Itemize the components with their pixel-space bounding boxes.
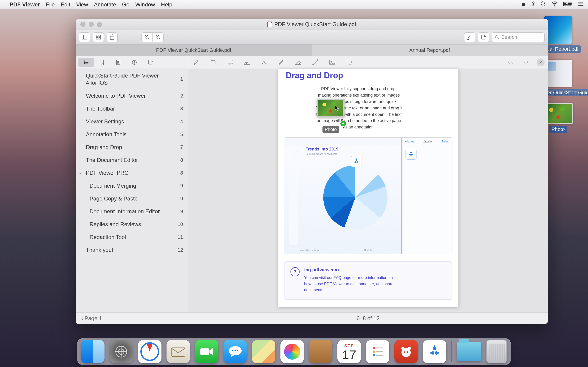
dock-safari[interactable]	[138, 340, 162, 363]
wifi-icon[interactable]	[551, 1, 558, 8]
menu-view[interactable]: View	[76, 1, 88, 8]
outline-item[interactable]: The Document Editor8	[76, 154, 188, 167]
highlighter-tool-icon[interactable]	[191, 58, 201, 67]
search-field[interactable]: Search	[492, 32, 545, 42]
svg-point-38	[134, 61, 135, 61]
svg-point-58	[234, 350, 236, 351]
dock-pdfviewer[interactable]	[423, 340, 446, 363]
svg-point-60	[373, 347, 375, 349]
faq-link[interactable]: faq.pdfviewer.io	[304, 267, 339, 272]
outline-item[interactable]: Document Information Editor9	[76, 205, 188, 218]
app-menu[interactable]: PDF Viewer	[10, 1, 40, 8]
zoom-window-button[interactable]	[97, 22, 102, 27]
eraser-tool-icon[interactable]	[294, 58, 303, 67]
menu-file[interactable]: File	[46, 1, 55, 8]
dock-reminders[interactable]	[366, 340, 389, 363]
outline-item[interactable]: Replies and Reviews10	[76, 218, 188, 231]
drag-overlay[interactable]: + Photo	[317, 99, 345, 133]
dock-contacts[interactable]	[309, 340, 332, 363]
dock-maps[interactable]	[252, 340, 275, 363]
svg-rect-12	[99, 35, 100, 37]
outline-item[interactable]: Redaction Tool11	[76, 231, 188, 244]
note-tool-icon[interactable]	[225, 58, 235, 67]
window-titlebar[interactable]: PDF Viewer QuickStart Guide.pdf	[76, 19, 548, 30]
close-window-button[interactable]	[80, 22, 86, 27]
bookmarks-tab-icon[interactable]	[94, 58, 110, 67]
dock-messages[interactable]	[224, 340, 247, 363]
outline-sidebar[interactable]: QuickStart Guide PDF Viewer 4 for iOS1 W…	[76, 69, 188, 312]
info-tab-icon[interactable]	[126, 58, 142, 67]
close-annotation-toolbar-button[interactable]: ✕	[537, 58, 545, 66]
line-tool-icon[interactable]	[311, 58, 320, 67]
svg-rect-55	[200, 348, 209, 355]
minimize-window-button[interactable]	[89, 22, 94, 27]
main-toolbar: Search	[76, 30, 548, 44]
tab-annual-report[interactable]: Annual Report.pdf	[312, 44, 548, 56]
bluetooth-icon[interactable]	[531, 1, 535, 8]
toggle-sidebar-button[interactable]	[79, 32, 90, 42]
menu-window[interactable]: Window	[135, 1, 155, 8]
attachments-tab-icon[interactable]	[142, 58, 158, 67]
tab-quickstart[interactable]: PDF Viewer QuickStart Guide.pdf	[76, 44, 312, 56]
search-placeholder: Search	[501, 34, 517, 40]
svg-point-30	[84, 63, 85, 64]
dragged-image-icon	[317, 99, 345, 117]
annotations-tab-icon[interactable]	[110, 58, 126, 67]
document-viewer[interactable]: Drag and Drop PDF Viewer fully supports …	[188, 69, 548, 312]
svg-point-48	[331, 61, 332, 62]
page-back-control[interactable]: ‹ Page 1	[76, 313, 188, 324]
image-tool-icon[interactable]	[328, 58, 337, 67]
outline-item-expandable[interactable]: ⌄PDF Viewer PRO8	[76, 167, 188, 179]
dock-bear[interactable]	[394, 340, 418, 363]
window-body: QuickStart Guide PDF Viewer 4 for iOS1 W…	[76, 69, 548, 312]
pen-tool-icon[interactable]	[277, 58, 286, 67]
menu-go[interactable]: Go	[122, 1, 129, 8]
zoom-in-button[interactable]	[141, 32, 153, 42]
outline-item[interactable]: Annotation Tools5	[76, 128, 188, 141]
radial-chart-icon	[323, 165, 388, 229]
outline-item[interactable]: Welcome to PDF Viewer2	[76, 90, 188, 102]
outline-item[interactable]: Page Copy & Paste9	[76, 192, 188, 205]
zoom-group	[141, 32, 164, 42]
dock-trash[interactable]	[486, 340, 507, 363]
outline-item[interactable]: Drag and Drop7	[76, 141, 188, 154]
spotlight-icon[interactable]	[540, 1, 546, 8]
dock-calendar[interactable]: SEP17	[337, 340, 361, 363]
svg-point-26	[84, 60, 85, 61]
outline-item[interactable]: Document Merging9	[76, 179, 188, 192]
dock-mail[interactable]	[166, 340, 190, 363]
battery-icon[interactable]	[563, 1, 573, 8]
highlight-mode-button[interactable]	[464, 32, 475, 42]
svg-line-25	[498, 38, 499, 39]
chevron-down-icon[interactable]: ⌄	[78, 170, 82, 175]
svg-line-44	[313, 60, 318, 65]
dock-facetime[interactable]	[195, 340, 218, 363]
redo-button[interactable]	[521, 58, 531, 67]
edit-mode-button[interactable]	[478, 32, 489, 42]
signature-tool-icon[interactable]	[242, 58, 252, 67]
faq-callout: ? faq.pdfviewer.io You can visit our FAQ…	[284, 261, 452, 300]
thumbnails-button[interactable]	[93, 32, 104, 42]
outline-item[interactable]: The Toolbar3	[76, 102, 188, 115]
section-heading: Drag and Drop	[278, 69, 458, 86]
undo-button[interactable]	[506, 58, 515, 67]
ink-tool-icon[interactable]	[259, 58, 269, 67]
menu-edit[interactable]: Edit	[61, 1, 70, 8]
selection-tool-icon[interactable]	[345, 58, 354, 67]
dock-downloads-folder[interactable]	[457, 342, 481, 361]
outline-tab-icon[interactable]	[78, 58, 94, 67]
menu-help[interactable]: Help	[161, 1, 172, 8]
share-button[interactable]	[107, 32, 118, 42]
text-tool-icon[interactable]: T|	[208, 58, 218, 67]
zoom-out-button[interactable]	[153, 32, 164, 42]
outline-item[interactable]: QuickStart Guide PDF Viewer 4 for iOS1	[76, 69, 188, 90]
outline-item[interactable]: Viewer Settings4	[76, 115, 188, 128]
screen-record-icon[interactable]: ⏺	[521, 2, 526, 8]
outline-item[interactable]: Thank you!12	[76, 244, 188, 257]
dock-launchpad[interactable]	[110, 340, 133, 363]
menu-annotate[interactable]: Annotate	[94, 1, 116, 8]
secondary-toolbar: T| ✕	[76, 56, 548, 69]
notification-center-icon[interactable]	[578, 1, 584, 8]
dock-photos[interactable]	[280, 340, 304, 363]
dock-finder[interactable]	[81, 340, 104, 363]
